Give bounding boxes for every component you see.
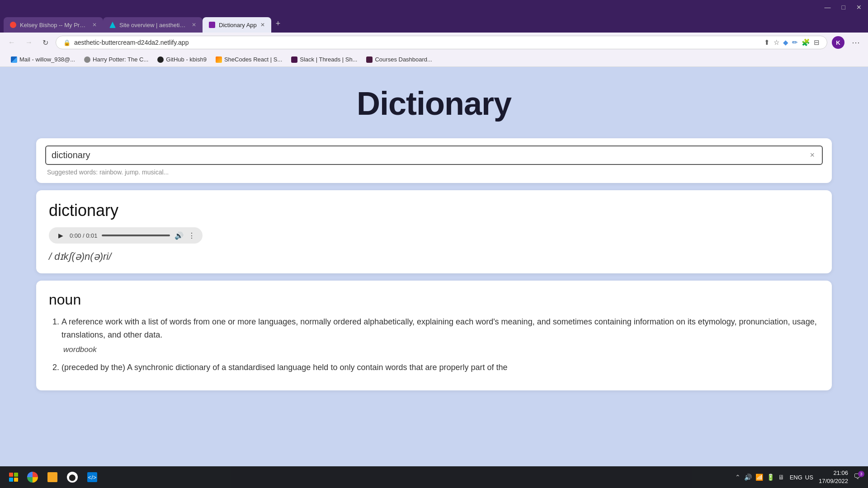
definition-item-2: (preceded by the) A synchronic dictionar… [61,361,819,374]
taskbar-vscode[interactable]: </> [84,469,100,485]
browser-chrome: ― □ ✕ Kelsey Bishop -- My Projects ✕ Sit… [0,0,868,67]
tab-dictionary-app[interactable]: Dictionary App ✕ [203,17,271,33]
extension-icon[interactable]: ◆ [783,38,788,47]
definition-item-1: A reference work with a list of words fr… [61,315,819,356]
clock: 21:06 17/09/2022 [819,469,848,485]
part-of-speech: noun [49,291,819,308]
network-icon[interactable]: 🖥 [778,474,784,481]
audio-progress-bar[interactable] [102,235,170,236]
battery-icon[interactable]: 🔋 [767,474,774,481]
address-box[interactable]: 🔒 aesthetic-buttercream-d24da2.netlify.a… [56,36,827,49]
share-icon[interactable]: ⬆ [764,38,770,47]
title-bar-controls: ― □ ✕ [822,3,864,12]
taskbar-github[interactable]: ⬤ [64,469,80,485]
definition-text-2: (preceded by the) A synchronic dictionar… [61,363,508,372]
bookmark-shecodes-label: SheCodes React | S... [224,56,282,63]
speaker-icon[interactable]: 🔊 [744,474,752,481]
profile-button[interactable]: K [832,36,844,49]
maximize-button[interactable]: □ [839,3,848,12]
bookmark-slack[interactable]: Slack | Threads | Sh... [288,55,361,64]
volume-icon[interactable]: 🔊 [175,231,184,240]
mail-favicon [11,56,17,63]
bookmarks-bar: Mail - willow_938@... Harry Potter: The … [0,52,868,67]
extensions-icon[interactable]: 🧩 [802,38,810,47]
tab-favicon-3 [209,22,215,28]
result-word: dictionary [49,201,819,220]
minimize-button[interactable]: ― [822,3,834,12]
close-button[interactable]: ✕ [854,3,864,12]
system-tray: ⌃ 🔊 📶 🔋 🖥 [735,474,784,481]
new-tab-button[interactable]: + [271,17,285,30]
start-sq4 [14,478,18,482]
search-clear-button[interactable]: × [808,150,816,160]
tab-bar: Kelsey Bishop -- My Projects ✕ Site over… [0,14,868,33]
notification-area[interactable]: 🗨 3 [854,473,863,482]
chrome-icon [27,472,38,483]
bookmark-courses-label: Courses Dashboard... [375,56,432,63]
bookmark-github-label: GitHub - kbish9 [166,56,207,63]
tab-close-1[interactable]: ✕ [92,22,97,28]
taskbar-chrome[interactable] [24,469,41,485]
bookmark-shecodes[interactable]: SheCodes React | S... [212,55,286,64]
main-content: Dictionary × Suggested words: rainbow. j… [0,67,868,466]
search-input[interactable] [52,150,808,160]
title-bar: ― □ ✕ [0,0,868,14]
audio-time: 0:00 / 0:01 [70,232,97,239]
time-display: 21:06 [819,469,848,477]
address-text: aesthetic-buttercream-d24da2.netlify.app [74,39,760,46]
vscode-icon: </> [87,472,97,482]
forward-button[interactable]: → [23,37,35,48]
bookmark-github[interactable]: GitHub - kbish9 [154,55,210,64]
tray-up-icon[interactable]: ⌃ [735,474,741,481]
bookmark-harry-potter[interactable]: Harry Potter: The C... [80,55,152,64]
bookmark-harry-label: Harry Potter: The C... [93,56,148,63]
wifi-icon[interactable]: 📶 [755,474,763,481]
locale-block: ENG US [790,474,813,481]
tab-my-projects[interactable]: Kelsey Bishop -- My Projects ✕ [4,17,103,33]
tab-site-overview-label: Site overview | aesthetic-butterc... [119,22,188,28]
tab-dictionary-label: Dictionary App [219,22,257,28]
more-options-icon[interactable]: ⋮ [188,231,195,240]
taskbar-files[interactable] [44,469,61,485]
play-button[interactable]: ▶ [56,231,65,240]
page-title: Dictionary [36,85,832,122]
lock-icon: 🔒 [63,39,71,46]
menu-button[interactable]: ⋯ [849,36,863,49]
tab-favicon-2 [109,22,116,28]
github-favicon [157,56,164,63]
address-bar-row: ← → ↻ 🔒 aesthetic-buttercream-d24da2.net… [0,33,868,52]
bookmark-mail-label: Mail - willow_938@... [19,56,75,63]
definitions-card: noun A reference work with a list of wor… [36,281,832,390]
bookmark-mail[interactable]: Mail - willow_938@... [7,55,79,64]
start-sq2 [14,473,18,477]
back-button[interactable]: ← [5,37,18,48]
sidebar-icon[interactable]: ⊟ [814,38,820,47]
favorite-icon[interactable]: ☆ [774,38,779,47]
notification-badge: 3 [858,471,864,477]
search-input-row: × [45,145,823,165]
bookmark-courses[interactable]: Courses Dashboard... [363,55,435,64]
edit-icon[interactable]: ✏ [792,38,798,47]
region-label: US [805,474,813,481]
start-sq3 [9,478,13,482]
courses-favicon [366,56,373,63]
definition-list: A reference work with a list of words fr… [49,315,819,374]
tab-close-3[interactable]: ✕ [260,22,265,28]
harry-favicon [84,56,90,63]
github-taskbar-icon: ⬤ [67,472,78,483]
tab-my-projects-label: Kelsey Bishop -- My Projects [20,22,89,28]
refresh-button[interactable]: ↻ [40,37,51,49]
phonetic: / dɪkʃ(ə)n(ə)ri/ [49,251,819,263]
address-icons: ⬆ ☆ ◆ ✏ 🧩 ⊟ [764,38,820,47]
language-label: ENG [790,474,802,481]
result-card: dictionary ▶ 0:00 / 0:01 🔊 ⋮ / dɪkʃ(ə)n(… [36,190,832,273]
tab-site-overview[interactable]: Site overview | aesthetic-butterc... ✕ [103,17,203,33]
tab-close-2[interactable]: ✕ [192,22,196,28]
bookmark-slack-label: Slack | Threads | Sh... [300,56,357,63]
windows-logo [9,473,18,482]
start-sq1 [9,473,13,477]
search-card: × Suggested words: rainbow. jump. musica… [36,138,832,183]
shecodes-favicon [216,56,222,63]
audio-player[interactable]: ▶ 0:00 / 0:01 🔊 ⋮ [49,227,203,244]
start-button[interactable] [5,469,22,485]
